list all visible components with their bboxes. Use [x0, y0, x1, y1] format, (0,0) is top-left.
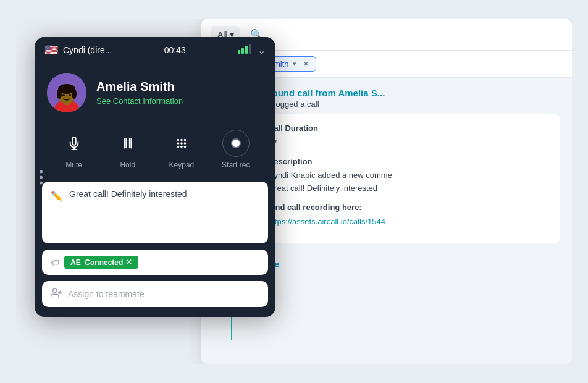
call-timer: 00:43: [164, 45, 186, 55]
duration-label: Call Duration: [268, 122, 550, 135]
svg-point-34: [53, 288, 57, 292]
tag-name: AE_Connected: [70, 258, 123, 267]
rec-dot: [231, 138, 241, 148]
svg-point-15: [57, 89, 62, 99]
note-section[interactable]: ✏️ Great call! Definitely interested: [42, 182, 268, 243]
svg-rect-8: [245, 46, 248, 54]
tab-close-button[interactable]: ✕: [303, 59, 309, 69]
svg-rect-6: [238, 50, 240, 54]
tag-remove-button[interactable]: ✕: [125, 258, 132, 267]
keypad-icon: [168, 130, 195, 157]
avatar: [47, 73, 86, 112]
phone-contact-section: Amelia Smith See Contact Information: [35, 63, 275, 125]
svg-point-26: [180, 139, 183, 141]
contact-name: Amelia Smith: [96, 80, 183, 94]
activity-body: Inbound call from Amelia S... You logged…: [258, 88, 560, 243]
svg-rect-9: [249, 44, 251, 54]
tag-badge-ae-connected: AE_Connected ✕: [64, 256, 138, 269]
assign-placeholder: Assign to teammate: [68, 289, 145, 299]
contact-details: Amelia Smith See Contact Information: [96, 80, 183, 106]
svg-point-30: [184, 142, 187, 145]
hold-button[interactable]: Hold: [114, 130, 141, 169]
mute-button[interactable]: Mute: [61, 130, 88, 169]
rec-label: Start rec: [222, 161, 250, 169]
flag-icon: 🇺🇸: [44, 43, 58, 57]
tab-chevron: ▾: [293, 60, 296, 68]
caller-info: 🇺🇸 Cyndi (dire...: [44, 43, 112, 57]
svg-point-16: [72, 89, 77, 99]
see-contact-link[interactable]: See Contact Information: [96, 96, 183, 106]
svg-point-17: [62, 94, 65, 96]
svg-point-28: [177, 142, 180, 145]
recording-url[interactable]: https://assets.aircall.io/calls/1544: [268, 216, 550, 229]
svg-point-31: [177, 146, 180, 148]
svg-point-27: [184, 139, 187, 141]
svg-rect-7: [242, 48, 244, 54]
assign-icon: [51, 287, 62, 301]
scene: All ▾ 🔍 ⌄ 👤 Amelia Smith ▾ ✕ ⌄: [16, 19, 572, 364]
svg-point-33: [184, 146, 187, 148]
phone-top-bar: 🇺🇸 Cyndi (dire... 00:43 ⌄: [35, 37, 275, 63]
phone-minimize-chevron[interactable]: ⌄: [258, 44, 266, 56]
svg-point-25: [177, 139, 180, 141]
edit-icon: ✏️: [51, 190, 63, 202]
note-content: Great call! Definitely interested: [69, 189, 187, 199]
duration-value: 22: [268, 137, 550, 149]
activity-subtitle: You logged a call: [258, 99, 560, 109]
assign-section[interactable]: Assign to teammate: [42, 281, 268, 307]
start-rec-button[interactable]: Start rec: [222, 130, 250, 169]
keypad-label: Keypad: [169, 161, 195, 169]
svg-point-32: [180, 146, 183, 148]
mute-icon: [61, 130, 88, 157]
keypad-button[interactable]: Keypad: [168, 130, 195, 169]
drag-handle: [40, 170, 43, 184]
description-label: Description: [268, 156, 550, 169]
tags-section: 🏷 AE_Connected ✕: [42, 250, 268, 275]
recording-label: Find call recording here:: [268, 201, 550, 214]
phone-widget: 🇺🇸 Cyndi (dire... 00:43 ⌄: [35, 37, 275, 317]
activity-title: Inbound call from Amelia S...: [258, 88, 560, 98]
caller-name: Cyndi (dire...: [63, 45, 112, 55]
hold-icon: [114, 130, 141, 157]
svg-point-29: [180, 142, 183, 145]
mute-label: Mute: [65, 161, 82, 169]
tag-icon: 🏷: [51, 258, 59, 267]
rec-icon: [222, 130, 250, 157]
hold-label: Hold: [120, 161, 135, 169]
signal-icon: [238, 44, 251, 56]
call-card: Call Duration 22 Description Cyndi Knapi…: [258, 114, 560, 243]
svg-point-18: [69, 94, 71, 96]
phone-controls: Mute Hold: [35, 125, 275, 182]
description-value: Cyndi Knapic added a new comme Great cal…: [268, 169, 550, 195]
